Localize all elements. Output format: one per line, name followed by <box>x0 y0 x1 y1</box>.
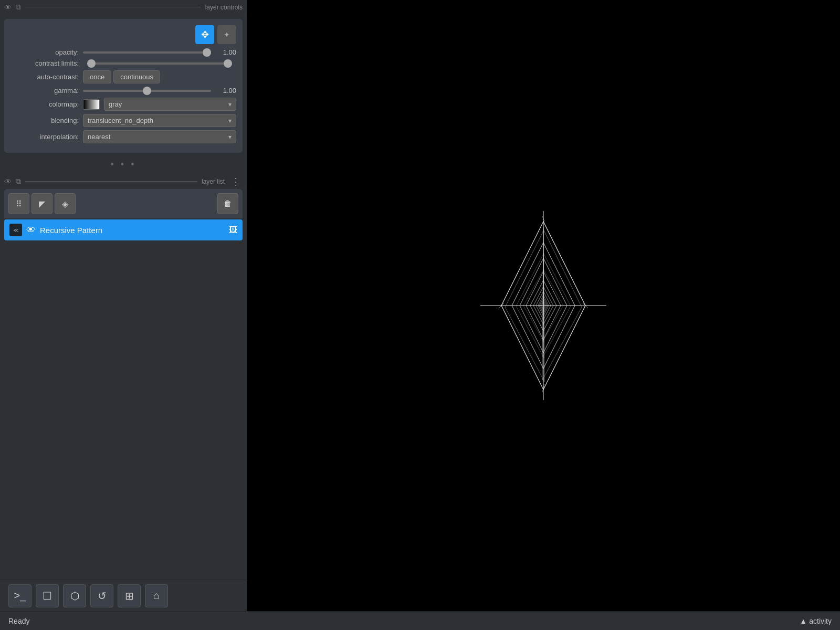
shape-tool-button[interactable]: ◤ <box>32 193 52 214</box>
opacity-slider[interactable] <box>83 51 211 54</box>
layer-item[interactable]: ≪ 👁 Recursive Pattern 🖼 <box>4 219 243 240</box>
transform-icon: ✦ <box>224 30 230 39</box>
eye-icon: 👁 <box>26 225 36 236</box>
auto-contrast-continuous-button[interactable]: continuous <box>113 70 160 83</box>
roll-button[interactable]: ↺ <box>90 584 113 607</box>
transform-button[interactable]: ✦ <box>217 25 236 44</box>
contrast-limits-slider[interactable] <box>87 62 232 65</box>
colormap-dropdown-arrow: ▾ <box>228 101 232 108</box>
layer-list-copy-icon[interactable]: ⧉ <box>16 177 21 186</box>
opacity-value: 1.00 <box>215 48 236 56</box>
3d-button[interactable]: ⬡ <box>63 584 86 607</box>
auto-contrast-row: auto-contrast: once continuous <box>10 70 236 83</box>
interpolation-dropdown-arrow: ▾ <box>228 133 232 141</box>
transform-buttons: ✥ ✦ <box>10 25 236 44</box>
box-icon: ☐ <box>43 590 52 602</box>
layer-type-image-icon: 🖼 <box>229 225 237 235</box>
cube-icon: ⬡ <box>70 590 79 602</box>
gamma-slider[interactable] <box>83 90 211 92</box>
contrast-limits-label: contrast limits: <box>10 59 79 67</box>
grid-icon: ⊞ <box>125 590 134 602</box>
colormap-row: colormap: gray ▾ <box>10 98 236 111</box>
bottom-toolbar: >_ ☐ ⬡ ↺ ⊞ ⌂ <box>0 580 247 611</box>
delete-icon: 🗑 <box>224 199 232 208</box>
auto-contrast-once-button[interactable]: once <box>83 70 111 83</box>
layer-visibility-button[interactable]: 👁 <box>26 225 36 236</box>
layer-controls-title: layer controls <box>205 4 243 11</box>
status-ready-text: Ready <box>8 617 29 625</box>
roll-icon: ↺ <box>98 590 107 602</box>
interpolation-dropdown[interactable]: nearest ▾ <box>83 130 236 143</box>
home-button[interactable]: ⌂ <box>145 584 168 607</box>
activity-button[interactable]: ▲ activity <box>800 617 832 625</box>
blending-label: blending: <box>10 117 79 124</box>
recursive-pattern-visualization <box>465 201 622 411</box>
blending-dropdown-arrow: ▾ <box>228 117 232 124</box>
move-button[interactable]: ✥ <box>195 25 214 44</box>
gamma-slider-container: 1.00 <box>83 87 236 94</box>
points-icon: ⠿ <box>16 199 22 209</box>
colormap-preview <box>83 99 100 110</box>
gamma-row: gamma: 1.00 <box>10 87 236 94</box>
canvas-area[interactable] <box>247 0 840 611</box>
visibility-icon[interactable]: 👁 <box>4 3 12 12</box>
label-tool-button[interactable]: ◈ <box>55 193 76 214</box>
layer-tools-bar: ⠿ ◤ ◈ 🗑 <box>4 189 243 218</box>
home-icon: ⌂ <box>153 590 160 602</box>
layer-controls-panel: ✥ ✦ opacity: 1.00 contrast limit <box>4 19 243 153</box>
status-bar: Ready ▲ activity <box>0 611 840 630</box>
panel-resize-dots[interactable]: • • • <box>0 157 247 172</box>
blending-dropdown[interactable]: translucent_no_depth ▾ <box>83 114 236 127</box>
gamma-label: gamma: <box>10 87 79 94</box>
grid-button[interactable]: ⊞ <box>118 584 141 607</box>
console-icon: >_ <box>14 590 26 602</box>
points-tool-button[interactable]: ⠿ <box>8 193 29 214</box>
layer-list-menu-button[interactable]: ⋮ <box>229 176 243 187</box>
copy-icon[interactable]: ⧉ <box>16 3 21 12</box>
activity-label: activity <box>809 617 832 625</box>
separator <box>25 7 201 7</box>
bounding-box-button[interactable]: ☐ <box>36 584 59 607</box>
layer-list-separator <box>25 181 197 182</box>
opacity-row: opacity: 1.00 <box>10 48 236 56</box>
interpolation-row: interpolation: nearest ▾ <box>10 130 236 143</box>
layer-list-visibility-icon[interactable]: 👁 <box>4 177 12 186</box>
shape-icon: ◤ <box>39 199 45 209</box>
blending-value: translucent_no_depth <box>88 117 153 124</box>
colormap-label: colormap: <box>10 100 79 108</box>
colormap-value: gray <box>109 100 122 108</box>
left-panel-spacer <box>0 245 247 580</box>
colormap-dropdown[interactable]: gray ▾ <box>104 98 236 111</box>
move-icon: ✥ <box>201 29 209 40</box>
interpolation-label: interpolation: <box>10 133 79 141</box>
chevron-up-icon: ▲ <box>800 617 807 625</box>
layer-expand-button[interactable]: ≪ <box>9 224 22 236</box>
layer-list-title: layer list <box>202 178 225 185</box>
delete-layer-button[interactable]: 🗑 <box>217 193 238 214</box>
auto-contrast-buttons: once continuous <box>83 70 160 83</box>
colormap-container: gray ▾ <box>83 98 236 111</box>
layer-name: Recursive Pattern <box>40 226 225 235</box>
opacity-label: opacity: <box>10 48 79 56</box>
contrast-left-thumb[interactable] <box>87 59 96 68</box>
layer-list-section: ⠿ ◤ ◈ 🗑 ≪ <box>4 189 243 240</box>
opacity-slider-container: 1.00 <box>83 48 236 56</box>
auto-contrast-label: auto-contrast: <box>10 73 79 81</box>
contrast-limits-row: contrast limits: <box>10 59 236 67</box>
interpolation-value: nearest <box>88 133 110 141</box>
console-button[interactable]: >_ <box>8 584 32 607</box>
label-icon: ◈ <box>62 199 68 209</box>
contrast-right-thumb[interactable] <box>224 59 232 68</box>
gamma-value: 1.00 <box>215 87 236 94</box>
expand-icon: ≪ <box>13 227 18 233</box>
blending-row: blending: translucent_no_depth ▾ <box>10 114 236 127</box>
